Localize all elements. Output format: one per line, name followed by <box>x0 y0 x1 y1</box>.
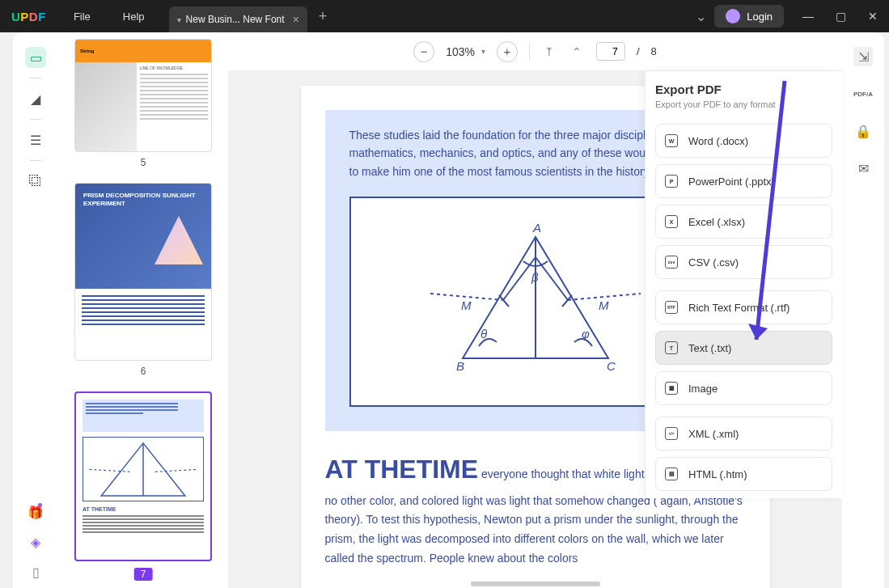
bookmark-icon: ▯ <box>32 565 40 579</box>
organize-icon: ⿻ <box>29 174 42 188</box>
word-icon: W <box>664 133 679 148</box>
html-icon: ▤ <box>664 467 679 481</box>
export-rtf[interactable]: RTFRich Text Format (.rtf) <box>655 290 832 324</box>
first-page-button[interactable]: ⤒ <box>541 45 557 58</box>
csv-icon: csv <box>664 255 679 269</box>
svg-text:B: B <box>456 359 464 373</box>
export-powerpoint[interactable]: PPowerPoint (.pptx) <box>655 164 832 198</box>
edit-tool[interactable]: ☰ <box>25 129 46 150</box>
svg-line-11 <box>562 295 572 307</box>
window-minimize-button[interactable]: — <box>792 10 824 23</box>
thumbnail-label-5: 5 <box>74 157 212 168</box>
svg-line-10 <box>499 295 509 307</box>
export-xml[interactable]: </>XML (.xml) <box>655 417 832 451</box>
bookmark-button[interactable]: ▯ <box>32 565 40 580</box>
export-pdf-button[interactable]: ⇲ <box>853 47 873 66</box>
image-icon: ▦ <box>664 381 679 396</box>
app-logo: UPDF <box>0 10 57 23</box>
avatar-icon <box>726 9 740 23</box>
comment-tool[interactable]: ◢ <box>25 88 46 109</box>
zoom-value[interactable]: 103% <box>446 45 475 58</box>
svg-text:M: M <box>461 298 472 312</box>
organize-tool[interactable]: ⿻ <box>25 171 46 192</box>
svg-text:M: M <box>599 298 609 312</box>
thumbnail-page-5[interactable]: String LINE OF KNOWLEDGE <box>74 39 212 152</box>
svg-text:φ: φ <box>582 327 590 341</box>
tab-chevron-down-icon: ▾ <box>177 15 181 24</box>
export-word[interactable]: WWord (.docx) <box>655 124 832 158</box>
thumbnail-label-7: 7 <box>134 568 153 581</box>
xml-icon: </> <box>664 426 679 441</box>
tab-title: New Busin... New Font <box>186 14 285 25</box>
document-tab[interactable]: ▾ New Busin... New Font × <box>169 6 307 32</box>
minus-icon: − <box>421 44 428 58</box>
tab-close-icon[interactable]: × <box>293 13 299 26</box>
export-subtitle: Export your PDF to any format <box>655 99 832 109</box>
right-toolbar: ⇲ PDF/A 🔒 ✉ <box>842 32 884 588</box>
export-title: Export PDF <box>655 82 832 96</box>
gift-button[interactable]: 🎁 <box>28 505 44 520</box>
login-button[interactable]: Login <box>714 5 784 27</box>
page-input[interactable] <box>596 42 625 61</box>
mail-icon: ✉ <box>858 161 869 176</box>
protect-button[interactable]: 🔒 <box>853 121 873 141</box>
add-tab-button[interactable]: + <box>307 8 339 25</box>
titlebar: UPDF File Help ▾ New Busin... New Font ×… <box>0 0 889 32</box>
pdfa-icon: PDF/A <box>853 91 873 98</box>
horizontal-scrollbar[interactable] <box>471 582 600 586</box>
edit-icon: ☰ <box>30 133 41 148</box>
svg-text:θ: θ <box>480 327 487 341</box>
pdfa-button[interactable]: PDF/A <box>853 84 873 104</box>
export-icon: ⇲ <box>858 49 869 65</box>
svg-text:A: A <box>532 221 541 235</box>
layers-button[interactable]: ◈ <box>31 535 40 550</box>
reader-tool[interactable]: ▭ <box>25 47 46 68</box>
export-text[interactable]: TText (.txt) <box>655 331 832 365</box>
share-button[interactable]: ✉ <box>853 159 873 178</box>
thumbnail-panel: String LINE OF KNOWLEDGE 5 PRISM DECOMPO… <box>58 32 228 588</box>
prev-page-button[interactable]: ⌃ <box>569 45 585 58</box>
svg-text:β: β <box>531 270 539 284</box>
notification-dot-icon <box>38 503 42 507</box>
main-area: − 103% ▾ + ⤒ ⌃ / 8 These studies laid th… <box>228 32 842 588</box>
zoom-out-button[interactable]: − <box>413 41 434 62</box>
svg-line-2 <box>89 469 131 472</box>
thumbnail-label-6: 6 <box>74 366 212 377</box>
layers-icon: ◈ <box>31 535 40 549</box>
window-maximize-button[interactable]: ▢ <box>824 10 857 23</box>
tab-bar: ▾ New Busin... New Font × + <box>169 0 339 32</box>
left-toolbar-bottom: 🎁 ◈ ▯ <box>13 505 58 580</box>
plus-icon: + <box>504 44 511 58</box>
export-html[interactable]: ▤HTML (.htm) <box>655 457 832 491</box>
page-total: 8 <box>651 45 657 57</box>
workspace: ▭ ◢ ☰ ⿻ 🎁 ◈ ▯ String LINE OF KNOWLEDGE 5… <box>13 32 884 588</box>
titlebar-dropdown-icon[interactable]: ⌄ <box>688 9 714 24</box>
export-image[interactable]: ▦Image <box>655 371 832 405</box>
zoom-dropdown-icon[interactable]: ▾ <box>481 47 485 56</box>
thumbnail-page-6[interactable]: PRISM DECOMPOSITION SUNLIGHT EXPERIMENT <box>74 183 212 361</box>
top-controls: − 103% ▾ + ⤒ ⌃ / 8 <box>228 32 842 71</box>
text-icon: T <box>664 341 679 355</box>
svg-line-3 <box>155 469 197 472</box>
reader-icon: ▭ <box>30 50 42 66</box>
lock-icon: 🔒 <box>855 124 871 139</box>
zoom-in-button[interactable]: + <box>497 41 518 62</box>
menu-help[interactable]: Help <box>107 11 161 23</box>
gift-icon: 🎁 <box>28 506 44 519</box>
excel-icon: X <box>664 214 679 229</box>
powerpoint-icon: P <box>664 174 679 188</box>
marker-icon: ◢ <box>31 91 40 107</box>
menu-file[interactable]: File <box>57 11 107 23</box>
thumbnail-page-7[interactable]: AT THETIME <box>74 391 212 561</box>
export-excel[interactable]: XExcel (.xlsx) <box>655 205 832 239</box>
svg-text:C: C <box>607 359 616 373</box>
export-panel: Export PDF Export your PDF to any format… <box>645 71 842 498</box>
rtf-icon: RTF <box>664 300 679 315</box>
window-close-button[interactable]: ✕ <box>857 10 889 23</box>
page-sep: / <box>637 45 640 57</box>
export-csv[interactable]: csvCSV (.csv) <box>655 245 832 279</box>
section-heading: AT THETIME <box>325 455 479 484</box>
